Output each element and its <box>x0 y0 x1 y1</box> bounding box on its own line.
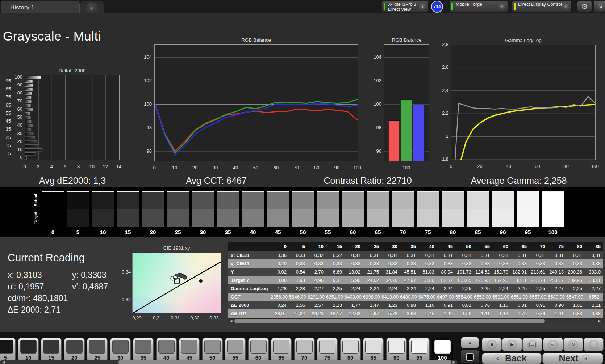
target-patch-90 <box>492 209 514 227</box>
pattern-button-85[interactable]: 85 <box>363 338 384 362</box>
pattern-swatch-55 <box>227 340 243 354</box>
table-cell: 213,78 <box>529 276 548 284</box>
pattern-button-20[interactable]: 20 <box>64 338 85 362</box>
pattern-button-80[interactable]: 80 <box>340 338 361 362</box>
pattern-scroll-thumb[interactable] <box>118 360 451 364</box>
scroll-right-icon[interactable]: ▶ <box>451 360 456 364</box>
tab-label: History 1 <box>10 4 34 11</box>
pattern-button-45[interactable]: 45 <box>179 338 200 362</box>
bar-ytick-102: 102 <box>367 78 381 83</box>
stop-pattern-button[interactable] <box>461 350 479 363</box>
actual-patch-40 <box>242 192 264 209</box>
actual-patch-90 <box>492 192 514 209</box>
table-cell: 2356,00 <box>271 293 289 301</box>
meter-source[interactable]: Mobile Forge ▼ <box>450 1 508 12</box>
control-stop-button[interactable]: ■ <box>482 338 502 351</box>
pattern-button-25[interactable]: 25 <box>87 338 108 362</box>
grayscale-swatch-45 <box>267 191 289 227</box>
actual-patch-25 <box>167 192 189 209</box>
chevron-down-icon[interactable]: ▼ <box>419 3 426 11</box>
pattern-button-35[interactable]: 35 <box>133 338 154 362</box>
table-cell: 47,97 <box>400 276 418 284</box>
pattern-button-65[interactable]: 65 <box>271 338 292 362</box>
pattern-button-15[interactable]: 15 <box>41 338 62 362</box>
next-button[interactable]: Next» <box>542 353 603 364</box>
actual-patch-85 <box>467 192 489 209</box>
table-cell: 82,32 <box>437 276 455 284</box>
swatch-label-45: 45 <box>267 229 289 235</box>
measurement-table: 0510152025303540455055606570758085x: CIE… <box>228 242 603 318</box>
scroll-left-icon[interactable]: ◀ <box>1 360 6 364</box>
gear-icon[interactable]: ⚙ <box>577 1 592 12</box>
table-cell: 2,24 <box>363 284 381 293</box>
pattern-button-40[interactable]: 40 <box>156 338 177 362</box>
xtick-40: 40 <box>502 164 515 169</box>
xtick-0: 0 <box>445 164 457 169</box>
pattern-scroll-up-button[interactable]: ▲ <box>461 337 479 348</box>
table-cell: 2,25 <box>511 284 529 293</box>
control-blank-button[interactable] <box>584 338 604 351</box>
stop-icon: ■ <box>487 340 497 350</box>
pattern-button-75[interactable]: 75 <box>317 338 338 362</box>
pattern-button-95[interactable]: 95 <box>409 338 430 362</box>
measurement-count-badge[interactable]: 714 <box>431 1 443 13</box>
target-patch-30 <box>192 209 214 227</box>
control-continuous-loop-button[interactable]: ∞ <box>543 338 563 351</box>
pattern-scrollbar[interactable]: ◀▶ <box>0 360 458 364</box>
scroll-right-icon[interactable]: ▶ <box>597 319 602 323</box>
table-cell: 6475,00 <box>418 293 437 301</box>
table-cell: 28,97 <box>271 309 289 318</box>
actual-patch-20 <box>142 192 164 209</box>
target-patch-95 <box>517 209 539 227</box>
chevron-down-icon[interactable]: ▼ <box>498 3 506 11</box>
chevron-down-icon[interactable]: ▼ <box>562 3 569 11</box>
xtick-80: 80 <box>560 164 572 169</box>
bar-ytick-98: 98 <box>367 125 381 130</box>
pattern-button-90[interactable]: 90 <box>386 338 407 362</box>
table-cell: 0,33 <box>308 259 326 268</box>
control-single-measure-button[interactable]: [↔] <box>522 338 542 351</box>
table-cell: 6554,00 <box>455 293 474 301</box>
scroll-left-icon[interactable]: ◀ <box>229 319 234 323</box>
ytick-2,4: 2,4 <box>434 88 448 93</box>
pattern-button-30[interactable]: 30 <box>110 338 131 362</box>
grayscale-swatch-30 <box>192 191 214 227</box>
table-cell: 0,33 <box>289 251 308 259</box>
pattern-button-60[interactable]: 60 <box>248 338 269 362</box>
table-row-label: x: CIE31 <box>228 251 271 259</box>
charts-section: Grayscale - Multi DeltaE 2000 1009590858… <box>0 13 605 187</box>
pattern-button-5[interactable]: 5 <box>0 338 16 362</box>
back-button[interactable]: «Back <box>482 353 542 364</box>
collapse-panel-button[interactable]: ◀ <box>593 1 605 12</box>
actual-patch-100 <box>542 192 564 209</box>
row-label-target: Target <box>33 203 38 232</box>
control-play-button[interactable]: ▶ <box>502 338 522 351</box>
table-cell: 2,24 <box>381 284 400 293</box>
swatch-label-50: 50 <box>292 229 314 235</box>
table-cell: 13,02 <box>345 268 363 276</box>
reading-x: x: 0,3103 <box>8 270 42 280</box>
meter-display-control[interactable]: Direct Display Control ▼ <box>512 1 572 12</box>
pattern-button-10[interactable]: 10 <box>18 338 39 362</box>
table-scroll-thumb[interactable] <box>234 319 545 323</box>
table-cell: 5,78 <box>381 309 400 318</box>
table-scrollbar[interactable]: ◀▶ <box>228 318 603 323</box>
table-cell: 213,61 <box>529 268 548 276</box>
ytick-102: 102 <box>137 78 152 83</box>
control-refresh-button[interactable]: ↻ <box>563 338 583 351</box>
table-cell: 124,62 <box>474 268 492 276</box>
pattern-button-70[interactable]: 70 <box>294 338 315 362</box>
table-col-header-40: 40 <box>418 242 437 251</box>
pattern-button-50[interactable]: 50 <box>202 338 223 362</box>
table-cell: 7,97 <box>363 309 381 318</box>
meter-probe[interactable]: X-Rite i1Pro 3 Direct View ▼ <box>382 1 429 12</box>
table-cell: 0,54 <box>289 268 308 276</box>
pattern-swatch-25 <box>89 340 105 354</box>
pattern-button-100[interactable]: 100 <box>432 338 453 362</box>
pattern-swatch-65 <box>273 340 289 354</box>
pattern-button-55[interactable]: 55 <box>225 338 246 362</box>
tab-history-1[interactable]: History 1 <box>1 1 80 13</box>
table-cell: 0,32 <box>308 251 326 259</box>
actual-patch-35 <box>217 192 239 209</box>
cie-xtick-0,3: 0,3 <box>149 315 163 321</box>
